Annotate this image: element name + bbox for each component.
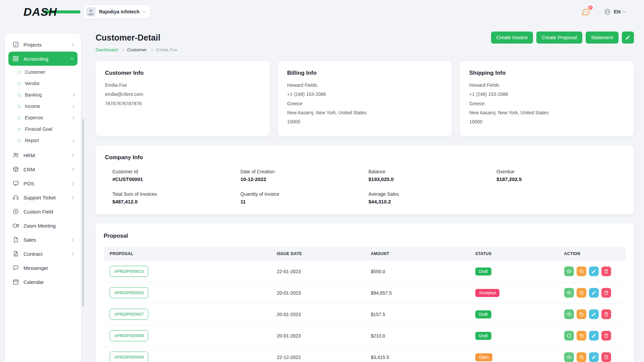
chevron-right-icon: [71, 182, 74, 185]
billing-address: New Aasamj, New York, United States: [287, 109, 442, 116]
breadcrumb-current: Emilia Fox: [156, 47, 177, 52]
chevron-right-icon: [71, 43, 74, 46]
sidebar-item-support-ticket[interactable]: Support Ticket: [8, 190, 77, 204]
breadcrumb-dashboard-link[interactable]: Dashboard: [96, 47, 118, 52]
sidebar-scrollbar[interactable]: [82, 119, 84, 307]
field-quantity-invoice: Quantity of Invoice 11: [240, 191, 369, 204]
dot-icon: [18, 82, 21, 85]
table-row: #PROP000009 20-01-2023 $210.0 Draft: [104, 325, 626, 347]
chevron-right-icon: [71, 154, 74, 157]
view-button[interactable]: [564, 266, 574, 276]
company-info-title: Company Info: [105, 154, 625, 161]
field-customer-id: Customer Id #CUST00001: [112, 169, 240, 182]
sidebar-subitem-banking[interactable]: Banking: [14, 89, 77, 101]
duplicate-button[interactable]: [577, 309, 586, 319]
edit-button[interactable]: [589, 266, 599, 276]
sidebar-subitem-finacial-goal[interactable]: Finacial Goal: [14, 123, 77, 135]
edit-customer-button[interactable]: [622, 32, 634, 44]
main-content: Customer-Detail Create Invoice Create Pr…: [96, 23, 634, 362]
duplicate-button[interactable]: [577, 288, 586, 298]
customer-email: emilia@client.com: [105, 91, 260, 98]
chevron-down-icon: [623, 10, 626, 13]
edit-button[interactable]: [589, 352, 599, 362]
customer-info-card: Customer Info Emilia Fox emilia@client.c…: [96, 61, 270, 136]
view-button[interactable]: [564, 309, 574, 319]
sidebar-item-sales[interactable]: Sales: [8, 233, 77, 247]
sidebar-subitem-expense[interactable]: Expense: [14, 112, 77, 123]
sidebar-item-crm[interactable]: CRM: [8, 162, 77, 176]
chevron-right-icon: [71, 93, 75, 97]
breadcrumb-customer-link[interactable]: Customer: [127, 47, 147, 52]
view-button[interactable]: [564, 352, 574, 362]
proposal-link[interactable]: #PROP000004: [110, 352, 148, 362]
create-invoice-button[interactable]: Create Invoice: [491, 32, 533, 44]
duplicate-button[interactable]: [577, 331, 586, 341]
shipping-name: Howard Fields: [469, 82, 625, 88]
company-selector[interactable]: Rajodiya infotech: [83, 5, 150, 19]
eye-icon: [567, 355, 572, 360]
proposal-title: Proposal: [104, 233, 626, 239]
messages-button[interactable]: 0: [581, 7, 591, 17]
dot-icon: [18, 94, 21, 97]
sidebar-item-pos[interactable]: POS: [8, 176, 77, 190]
edit-button[interactable]: [589, 331, 599, 341]
sidebar-subitem-income[interactable]: Income: [14, 101, 77, 112]
dot-icon: [18, 71, 21, 74]
create-proposal-button[interactable]: Create Proposal: [536, 32, 582, 44]
trash-icon: [604, 312, 609, 317]
view-button[interactable]: [564, 288, 574, 298]
sidebar-item-accounting[interactable]: Accounting: [8, 52, 77, 66]
sidebar-item-hrm[interactable]: HRM: [8, 148, 77, 162]
delete-button[interactable]: [601, 331, 611, 341]
file-text-icon: [12, 250, 19, 257]
shipping-phone: +1 (248) 153-2086: [469, 91, 625, 98]
proposal-link[interactable]: #PROP000003: [110, 287, 148, 298]
sidebar-subitem-report[interactable]: Report: [14, 135, 77, 146]
dot-icon: [18, 116, 21, 119]
pencil-icon: [591, 355, 596, 360]
sidebar-item-projects[interactable]: Projects: [8, 38, 77, 52]
field-overdue: Overdue $187,202.5: [496, 169, 625, 182]
copy-icon: [579, 333, 584, 338]
shipping-address: New Aasamj, New York, United States: [469, 109, 625, 116]
messages-count-badge: 0: [588, 5, 593, 10]
shipping-info-card: Shipping Info Howard Fields +1 (248) 153…: [460, 61, 634, 136]
issue-date: 22-12-2022: [271, 347, 365, 362]
table-row: #PROP000003 20-01-2023 $94,657.5 Accepte…: [104, 282, 626, 304]
sidebar-item-messenger[interactable]: Messenger: [8, 261, 77, 275]
delete-button[interactable]: [601, 352, 611, 362]
chevron-right-icon: [71, 139, 75, 142]
col-proposal: PROPOSAL: [104, 247, 271, 261]
chevron-right-icon: [71, 196, 74, 199]
edit-button[interactable]: [589, 288, 599, 298]
app-logo[interactable]: DASH: [23, 5, 57, 18]
company-avatar: [86, 7, 96, 16]
duplicate-button[interactable]: [577, 266, 586, 276]
sidebar-item-zoom-meeting[interactable]: Zoom Meeting: [8, 219, 77, 233]
proposal-link[interactable]: #PROP000007: [110, 309, 148, 320]
chevron-right-icon: [121, 48, 124, 51]
delete-button[interactable]: [601, 309, 611, 319]
amount: $94,657.5: [365, 282, 469, 304]
delete-button[interactable]: [601, 266, 611, 276]
pencil-icon: [625, 35, 631, 40]
globe-icon: [604, 8, 611, 15]
edit-button[interactable]: [589, 309, 599, 319]
sidebar-item-custom-field[interactable]: Custom Field: [8, 204, 77, 219]
grid-icon: [12, 55, 19, 62]
sidebar-item-contract[interactable]: Contract: [8, 247, 77, 261]
statement-button[interactable]: Statement: [586, 32, 619, 44]
sidebar-subitem-vendor[interactable]: Vendor: [14, 78, 77, 89]
copy-icon: [579, 355, 584, 360]
breadcrumb: Dashboard Customer Emilia Fox: [96, 47, 634, 52]
proposal-link[interactable]: #PROP000013: [110, 266, 148, 277]
convert-button[interactable]: [564, 331, 574, 341]
delete-button[interactable]: [601, 288, 611, 298]
duplicate-button[interactable]: [577, 352, 586, 362]
sidebar-subitem-customer[interactable]: Customer: [14, 66, 77, 78]
proposal-link[interactable]: #PROP000009: [110, 330, 148, 341]
language-selector[interactable]: EN: [604, 8, 626, 15]
chat-icon: [12, 264, 19, 271]
sidebar-item-calendar[interactable]: Calendar: [8, 275, 77, 289]
dot-icon: [18, 139, 21, 142]
